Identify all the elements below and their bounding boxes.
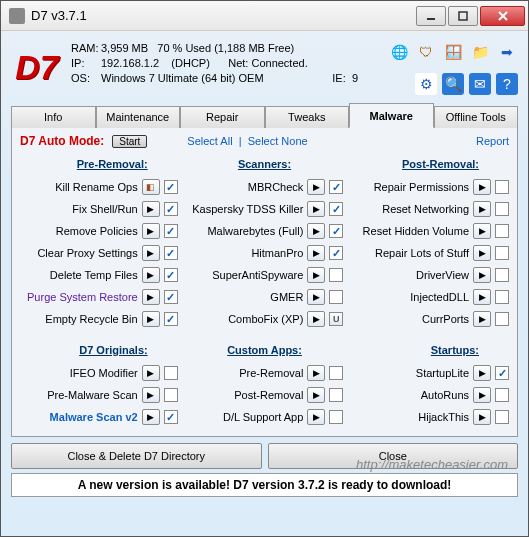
bottom-button-row: Close & Delete D7 Directory Close: [7, 437, 522, 473]
report-link[interactable]: Report: [476, 135, 509, 147]
tab-repair[interactable]: Repair: [180, 106, 265, 128]
startup-row: AutoRuns▶: [351, 384, 509, 406]
header-startups: Startups:: [351, 344, 509, 356]
app-icon: [9, 8, 25, 24]
originals-run-button[interactable]: ▶: [142, 365, 160, 381]
net-label: Net:: [228, 56, 248, 71]
scanner-run-button[interactable]: ▶: [307, 311, 325, 327]
close-delete-button[interactable]: Close & Delete D7 Directory: [11, 443, 262, 469]
post-removal-checkbox[interactable]: [495, 246, 509, 260]
post-removal-checkbox[interactable]: [495, 290, 509, 304]
close-window-button[interactable]: [480, 6, 525, 26]
custom-checkbox[interactable]: [329, 366, 343, 380]
scanner-checkbox[interactable]: [329, 180, 343, 194]
startup-checkbox[interactable]: [495, 410, 509, 424]
tab-offline-tools[interactable]: Offline Tools: [434, 106, 519, 128]
help-icon[interactable]: ?: [496, 73, 518, 95]
tab-malware[interactable]: Malware: [349, 103, 434, 128]
originals-checkbox[interactable]: [164, 410, 178, 424]
gear-icon[interactable]: ⚙: [415, 73, 437, 95]
originals-run-button[interactable]: ▶: [142, 409, 160, 425]
pre-removal-checkbox[interactable]: [164, 290, 178, 304]
scanner-checkbox[interactable]: [329, 268, 343, 282]
scanner-run-button[interactable]: ▶: [307, 179, 325, 195]
pre-removal-label: Remove Policies: [56, 225, 138, 237]
pre-removal-run-button[interactable]: ▶: [142, 289, 160, 305]
windows-icon[interactable]: 🪟: [442, 41, 464, 63]
scanner-row: Kaspersky TDSS Killer▶: [186, 198, 344, 220]
post-removal-run-button[interactable]: ▶: [473, 223, 491, 239]
tab-tweaks[interactable]: Tweaks: [265, 106, 350, 128]
scanner-checkbox[interactable]: [329, 246, 343, 260]
pre-removal-run-button[interactable]: ▶: [142, 223, 160, 239]
select-none-link[interactable]: Select None: [248, 135, 308, 147]
pre-removal-checkbox[interactable]: [164, 268, 178, 282]
globe-icon[interactable]: 🌐: [388, 41, 410, 63]
startup-checkbox[interactable]: [495, 366, 509, 380]
post-removal-checkbox[interactable]: [495, 312, 509, 326]
originals-run-button[interactable]: ▶: [142, 387, 160, 403]
scanner-checkbox[interactable]: [329, 290, 343, 304]
pre-removal-row: Clear Proxy Settings▶: [20, 242, 178, 264]
pre-removal-label: Purge System Restore: [27, 291, 138, 303]
scanner-row: MBRCheck▶: [186, 176, 344, 198]
startup-run-button[interactable]: ▶: [473, 409, 491, 425]
post-removal-run-button[interactable]: ▶: [473, 245, 491, 261]
post-removal-run-button[interactable]: ▶: [473, 179, 491, 195]
tab-maintenance[interactable]: Maintenance: [96, 106, 181, 128]
maximize-button[interactable]: [448, 6, 478, 26]
content-area: D7 RAM: 3,959 MB 70 % Used (1,188 MB Fre…: [1, 31, 528, 536]
post-removal-checkbox[interactable]: [495, 224, 509, 238]
pre-removal-run-button[interactable]: ▶: [142, 311, 160, 327]
custom-run-button[interactable]: ▶: [307, 387, 325, 403]
pre-removal-row: Fix Shell/Run▶: [20, 198, 178, 220]
post-removal-run-button[interactable]: ▶: [473, 201, 491, 217]
pre-removal-checkbox[interactable]: [164, 312, 178, 326]
automode-start-button[interactable]: Start: [112, 135, 147, 148]
post-removal-run-button[interactable]: ▶: [473, 289, 491, 305]
minimize-button[interactable]: [416, 6, 446, 26]
scanner-checkbox[interactable]: [329, 202, 343, 216]
custom-run-button[interactable]: ▶: [307, 365, 325, 381]
select-links: Select All | Select None: [187, 135, 307, 147]
search-icon[interactable]: 🔍: [442, 73, 464, 95]
pre-removal-checkbox[interactable]: [164, 224, 178, 238]
scanner-run-button[interactable]: ▶: [307, 223, 325, 239]
pre-removal-label: Clear Proxy Settings: [37, 247, 137, 259]
pre-removal-run-button[interactable]: ▶: [142, 267, 160, 283]
scanner-checkbox[interactable]: [329, 224, 343, 238]
close-button[interactable]: Close: [268, 443, 519, 469]
post-removal-run-button[interactable]: ▶: [473, 311, 491, 327]
scanner-run-button[interactable]: ▶: [307, 267, 325, 283]
tab-info[interactable]: Info: [11, 106, 96, 128]
scanner-run-button[interactable]: ▶: [307, 289, 325, 305]
originals-checkbox[interactable]: [164, 366, 178, 380]
folder-icon[interactable]: 📁: [469, 41, 491, 63]
startup-checkbox[interactable]: [495, 388, 509, 402]
scanner-row: ComboFix (XP)▶U: [186, 308, 344, 330]
scanner-run-button[interactable]: ▶: [307, 201, 325, 217]
scanner-u-button[interactable]: U: [329, 312, 343, 326]
pre-removal-run-button[interactable]: ▶: [142, 201, 160, 217]
pre-removal-checkbox[interactable]: [164, 180, 178, 194]
custom-checkbox[interactable]: [329, 388, 343, 402]
mail-icon[interactable]: ✉: [469, 73, 491, 95]
shield-icon[interactable]: 🛡: [415, 41, 437, 63]
select-all-link[interactable]: Select All: [187, 135, 232, 147]
pre-removal-checkbox[interactable]: [164, 202, 178, 216]
pre-removal-run-button[interactable]: ▶: [142, 245, 160, 261]
startup-run-button[interactable]: ▶: [473, 387, 491, 403]
pre-removal-run-button[interactable]: ◧: [142, 179, 160, 195]
post-removal-checkbox[interactable]: [495, 202, 509, 216]
custom-run-button[interactable]: ▶: [307, 409, 325, 425]
post-removal-checkbox[interactable]: [495, 268, 509, 282]
scanner-run-button[interactable]: ▶: [307, 245, 325, 261]
post-removal-run-button[interactable]: ▶: [473, 267, 491, 283]
pre-removal-checkbox[interactable]: [164, 246, 178, 260]
custom-checkbox[interactable]: [329, 410, 343, 424]
post-removal-checkbox[interactable]: [495, 180, 509, 194]
toolbar-icons: 🌐🛡🪟📁➡⚙🔍✉?: [368, 41, 518, 95]
originals-checkbox[interactable]: [164, 388, 178, 402]
startup-run-button[interactable]: ▶: [473, 365, 491, 381]
arrow-icon[interactable]: ➡: [496, 41, 518, 63]
